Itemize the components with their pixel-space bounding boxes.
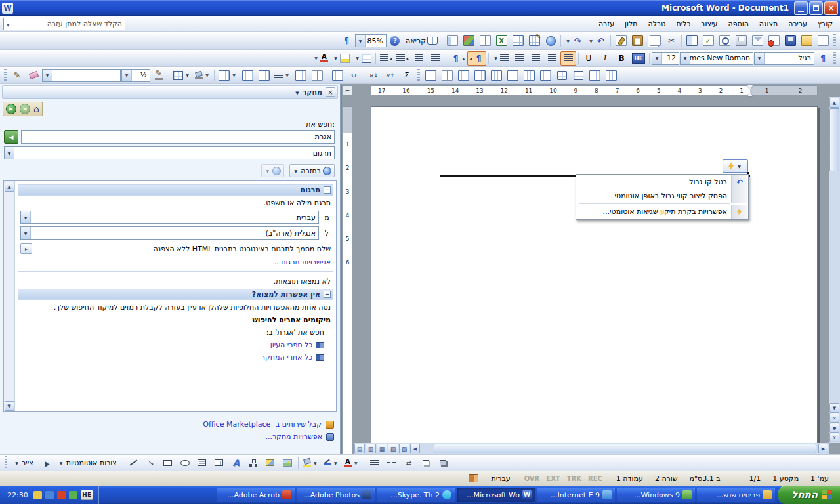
chevron-down-icon[interactable] <box>493 56 499 60</box>
toolbar-grip[interactable] <box>833 52 836 65</box>
chevron-down-icon[interactable] <box>652 52 662 64</box>
marketplace-link[interactable]: קבל שירותים ב- Office Marketplace <box>203 420 322 429</box>
wordart-button[interactable] <box>228 455 244 470</box>
bullets-button[interactable] <box>411 51 427 66</box>
draw-font-color-button[interactable]: A <box>342 455 361 470</box>
insert-hyperlink-button[interactable] <box>543 33 558 48</box>
chevron-down-icon[interactable] <box>21 211 31 223</box>
close-button[interactable]: × <box>824 1 838 15</box>
font-combo[interactable]: Times New Roman <box>680 52 753 65</box>
chevron-down-icon[interactable] <box>14 461 20 465</box>
chevron-down-icon[interactable] <box>184 73 190 77</box>
start-search-button[interactable] <box>4 130 18 144</box>
menu-item[interactable]: טבלה <box>642 17 671 31</box>
normal-view-button[interactable]: ▤ <box>354 444 365 453</box>
taskbar-app-button[interactable]: פריטים שנש... <box>697 488 775 502</box>
threed-style-button[interactable] <box>435 455 451 470</box>
ask-a-question-box[interactable]: הקלד שאלה למתן עזרה <box>3 18 125 30</box>
chevron-down-icon[interactable] <box>293 169 299 173</box>
align-right-button[interactable] <box>560 51 576 66</box>
tray-icon-3[interactable] <box>45 491 54 499</box>
menu-item[interactable]: כלים <box>671 17 696 31</box>
chevron-down-icon[interactable] <box>7 20 10 28</box>
border-color-button[interactable] <box>151 68 167 83</box>
chevron-down-icon[interactable] <box>122 70 132 81</box>
line-button[interactable] <box>126 455 142 470</box>
search-input[interactable] <box>21 130 335 144</box>
font-size-combo[interactable]: 12 <box>652 52 679 65</box>
scroll-down-icon[interactable] <box>5 401 14 411</box>
rtl-paragraph-button[interactable] <box>467 51 486 66</box>
text-direction-button[interactable] <box>346 68 362 83</box>
menu-item-stop-borders[interactable]: הפסק ליצור קווי גבול באופן אוטומטי <box>577 189 747 203</box>
collapse-icon[interactable]: − <box>324 186 331 194</box>
email-button[interactable] <box>749 33 765 48</box>
insert-table-button[interactable] <box>217 68 239 83</box>
bold-button[interactable]: B <box>614 51 629 66</box>
chevron-down-icon[interactable] <box>736 164 742 169</box>
reference-link[interactable]: כל ספרי העיון <box>270 341 312 349</box>
shading-color-button[interactable] <box>193 68 212 83</box>
toolbar-grip[interactable] <box>4 69 7 82</box>
menu-item-autocorrect-options[interactable]: אפשרויות בקרת תיקון שגיאות אוטומטי... <box>577 205 747 219</box>
menu-item[interactable]: קובץ <box>812 17 838 31</box>
status-indicator[interactable]: REC <box>585 475 605 482</box>
send-translation-button[interactable] <box>20 243 32 254</box>
reading-view-button[interactable]: ▨ <box>399 444 410 453</box>
chevron-down-icon[interactable] <box>354 56 360 60</box>
show-hide-paragraph-button[interactable] <box>339 33 354 48</box>
research-button[interactable] <box>684 33 700 48</box>
scroll-left-icon[interactable] <box>410 444 420 453</box>
scroll-down-icon[interactable] <box>830 403 839 413</box>
align-left-button[interactable] <box>528 51 543 66</box>
chevron-down-icon[interactable] <box>681 52 690 64</box>
scroll-up-icon[interactable] <box>5 182 14 192</box>
paste-button[interactable] <box>629 33 645 48</box>
toolbar-grip[interactable] <box>417 69 420 82</box>
chevron-down-icon[interactable] <box>58 461 64 465</box>
minimize-button[interactable] <box>794 1 808 15</box>
clip-art-button[interactable] <box>262 455 278 470</box>
home-icon[interactable] <box>33 104 39 114</box>
back-results-button[interactable]: בחזרה <box>289 164 335 177</box>
drawing-button[interactable] <box>461 33 476 48</box>
menu-item[interactable]: עזרה <box>593 17 620 31</box>
close-icon[interactable]: × <box>326 87 335 97</box>
scrollbar-thumb[interactable] <box>434 444 816 453</box>
next-page-button[interactable]: » <box>830 432 839 442</box>
merge-cells-button[interactable] <box>240 68 255 83</box>
line-style-combo[interactable] <box>42 69 121 82</box>
restore-button[interactable] <box>809 1 823 15</box>
document-map-button[interactable] <box>444 33 460 48</box>
tray-icon-2[interactable] <box>57 491 66 499</box>
status-indicator[interactable]: EXT <box>543 475 562 482</box>
chevron-down-icon[interactable] <box>204 73 210 77</box>
undo-button[interactable] <box>586 33 608 48</box>
taskbar-app-button[interactable]: Windows 9... <box>617 488 695 502</box>
menu-item[interactable]: הוספה <box>723 17 753 31</box>
cell-alignment-button[interactable] <box>272 68 292 83</box>
tray-icon-4[interactable] <box>33 491 42 499</box>
delete-cells-button[interactable] <box>455 68 471 83</box>
font-color-button[interactable]: A <box>311 51 330 66</box>
next-results-button[interactable] <box>261 164 284 177</box>
permission-button[interactable] <box>766 33 782 48</box>
heading-rows-button[interactable] <box>505 68 520 83</box>
sort-ascending-button[interactable] <box>366 68 382 83</box>
research-options-row[interactable]: אפשרויות מחקר... <box>3 430 337 443</box>
tray-icon-1[interactable] <box>69 491 77 499</box>
fill-color-button[interactable] <box>301 455 320 470</box>
cant-find-section-header[interactable]: − אין אפשרות למצוא? <box>18 289 333 300</box>
outline-view-button[interactable]: ▧ <box>388 444 398 453</box>
taskbar-app-button[interactable]: Skype. Th 2... <box>377 488 455 502</box>
italic-button[interactable]: I <box>597 51 613 66</box>
reference-link[interactable]: כל אתרי המחקר <box>261 353 312 362</box>
decrease-indent-button[interactable] <box>394 51 411 66</box>
scrollbar-thumb[interactable] <box>830 108 839 171</box>
rectangle-button[interactable] <box>160 455 176 470</box>
forward-icon[interactable] <box>20 104 30 114</box>
previous-page-button[interactable]: « <box>830 413 839 423</box>
select-browse-object-button[interactable] <box>830 423 839 432</box>
from-language-combo[interactable]: עברית <box>20 211 319 224</box>
chevron-down-icon[interactable] <box>43 70 52 81</box>
